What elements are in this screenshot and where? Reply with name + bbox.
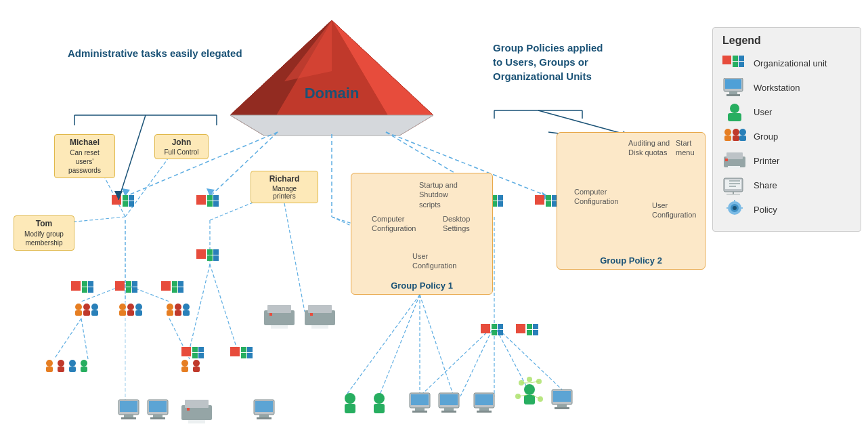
svg-rect-66 — [82, 281, 87, 287]
svg-rect-101 — [492, 324, 497, 329]
svg-rect-196 — [311, 325, 328, 329]
share-legend-icon — [722, 175, 747, 194]
svg-line-30 — [284, 203, 305, 312]
svg-rect-198 — [181, 405, 212, 420]
legend-item-policy: Policy — [722, 200, 851, 219]
svg-rect-193 — [269, 313, 272, 316]
svg-rect-231 — [739, 62, 744, 67]
svg-rect-167 — [555, 407, 569, 409]
svg-line-46 — [494, 325, 528, 390]
svg-rect-74 — [132, 287, 137, 293]
svg-point-212 — [527, 377, 532, 382]
svg-line-26 — [190, 264, 210, 349]
svg-rect-237 — [728, 113, 741, 121]
svg-rect-245 — [726, 152, 743, 159]
svg-rect-133 — [69, 367, 76, 372]
svg-rect-145 — [149, 401, 167, 412]
svg-marker-221 — [114, 191, 123, 200]
svg-point-114 — [91, 304, 98, 310]
svg-rect-102 — [492, 330, 497, 335]
svg-rect-194 — [305, 310, 335, 325]
svg-rect-143 — [121, 417, 136, 419]
svg-rect-69 — [88, 287, 93, 293]
svg-rect-93 — [498, 195, 503, 201]
svg-point-242 — [739, 129, 746, 136]
svg-rect-105 — [516, 324, 525, 333]
svg-line-35 — [379, 295, 420, 396]
svg-rect-76 — [172, 281, 177, 287]
svg-rect-159 — [441, 411, 456, 413]
svg-point-122 — [167, 304, 173, 310]
svg-rect-200 — [188, 420, 205, 423]
svg-rect-229 — [733, 62, 738, 67]
svg-rect-199 — [185, 400, 209, 408]
svg-point-208 — [519, 380, 524, 386]
svg-rect-135 — [81, 367, 87, 372]
svg-point-257 — [733, 206, 737, 210]
svg-rect-97 — [546, 201, 551, 207]
svg-rect-147 — [150, 417, 165, 419]
legend-item-group: Group — [722, 127, 851, 146]
svg-rect-83 — [198, 347, 204, 352]
svg-rect-228 — [733, 56, 738, 61]
svg-rect-60 — [196, 249, 206, 259]
svg-point-202 — [345, 393, 355, 404]
svg-point-211 — [538, 396, 543, 402]
svg-marker-2 — [230, 20, 332, 136]
svg-marker-4 — [230, 115, 433, 136]
svg-rect-154 — [415, 408, 425, 411]
svg-rect-166 — [557, 404, 567, 407]
svg-point-236 — [730, 104, 739, 113]
svg-point-120 — [135, 304, 142, 310]
svg-rect-56 — [207, 195, 213, 201]
svg-rect-78 — [178, 281, 183, 287]
svg-point-210 — [515, 394, 521, 399]
svg-rect-77 — [172, 287, 177, 293]
svg-rect-150 — [259, 415, 269, 417]
svg-text:Domain: Domain — [305, 85, 360, 102]
svg-point-124 — [175, 304, 181, 310]
svg-rect-65 — [71, 281, 81, 291]
svg-rect-201 — [187, 408, 190, 411]
john-box: John Full Control — [154, 134, 209, 159]
svg-rect-71 — [126, 281, 131, 287]
svg-rect-88 — [247, 347, 253, 352]
svg-point-110 — [75, 304, 82, 310]
svg-rect-161 — [475, 394, 493, 405]
policy-legend-icon — [722, 200, 747, 219]
svg-rect-157 — [440, 394, 458, 405]
svg-marker-1 — [230, 20, 433, 115]
legend-label-ou: Organizational unit — [754, 58, 827, 68]
svg-rect-192 — [271, 325, 288, 329]
svg-marker-10 — [207, 188, 215, 196]
svg-rect-59 — [213, 201, 219, 207]
legend-item-user: User — [722, 102, 851, 121]
legend-label-group: Group — [754, 131, 778, 142]
svg-line-43 — [420, 325, 494, 396]
svg-rect-62 — [207, 255, 213, 261]
svg-rect-160 — [474, 393, 494, 408]
svg-rect-57 — [207, 201, 213, 207]
svg-rect-86 — [241, 347, 246, 352]
svg-rect-107 — [527, 330, 532, 335]
svg-rect-115 — [91, 310, 98, 316]
svg-rect-63 — [213, 249, 219, 255]
svg-rect-151 — [257, 417, 272, 419]
svg-point-118 — [127, 304, 134, 310]
svg-point-134 — [81, 360, 87, 367]
svg-line-21 — [54, 318, 81, 359]
admin-tasks-annotation: Administrative tasks easily elegated — [68, 46, 242, 60]
svg-line-20 — [125, 285, 169, 301]
svg-rect-80 — [181, 347, 191, 356]
svg-rect-111 — [75, 310, 82, 316]
michael-box: Michael Can resetusers'passwords — [54, 134, 115, 178]
svg-rect-239 — [724, 136, 731, 141]
svg-point-204 — [374, 393, 385, 404]
printer-legend-icon — [722, 151, 747, 170]
svg-rect-144 — [148, 400, 168, 415]
svg-rect-234 — [729, 91, 737, 94]
svg-rect-70 — [115, 281, 125, 291]
svg-rect-89 — [247, 353, 253, 358]
svg-rect-55 — [196, 195, 206, 205]
svg-point-112 — [83, 304, 90, 310]
